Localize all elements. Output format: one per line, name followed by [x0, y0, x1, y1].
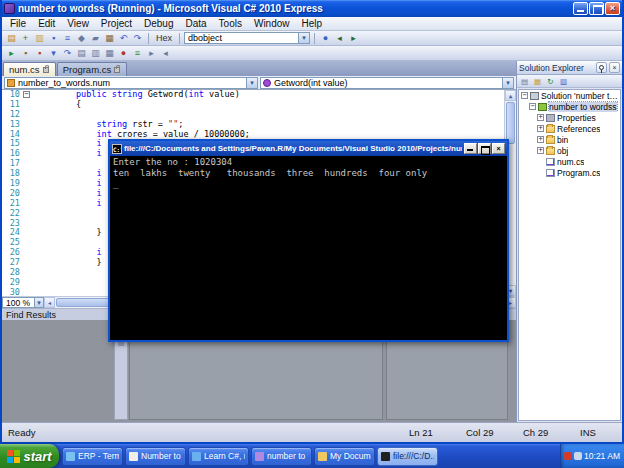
menu-debug[interactable]: Debug	[138, 18, 179, 29]
cut-icon[interactable]: ◆	[75, 32, 88, 44]
add-item-icon[interactable]: +	[19, 32, 32, 44]
panel-close-icon[interactable]: ×	[609, 62, 620, 73]
clock[interactable]: 10:21 AM	[584, 451, 620, 461]
menu-file[interactable]: File	[4, 18, 32, 29]
menu-help[interactable]: Help	[296, 18, 329, 29]
tree-item-properties[interactable]: +Properties	[519, 112, 620, 123]
new-project-icon[interactable]: ▤	[5, 32, 18, 44]
chevron-down-icon[interactable]: ▾	[502, 78, 513, 88]
tree-item-label: num.cs	[557, 157, 584, 167]
zoom-dropdown[interactable]: 100 % ▾	[2, 297, 44, 308]
show-all-files-icon[interactable]: ▦	[532, 76, 543, 86]
outdent-icon[interactable]: ◂	[159, 47, 172, 59]
indent-icon[interactable]: ▸	[145, 47, 158, 59]
save-all-icon[interactable]: ≡	[61, 32, 74, 44]
minimize-button[interactable]	[573, 2, 588, 15]
stop-debug-icon[interactable]: ▪	[33, 47, 46, 59]
taskbar-button-my-docume[interactable]: My Docume...	[314, 447, 375, 466]
properties-icon[interactable]: ▤	[519, 76, 530, 86]
taskbar-button-learn-c-n[interactable]: Learn C#, n...	[188, 447, 249, 466]
open-file-icon[interactable]: ▥	[33, 32, 46, 44]
refresh-icon[interactable]: ↻	[545, 76, 556, 86]
view-code-icon[interactable]: ▥	[558, 76, 569, 86]
menu-view[interactable]: View	[61, 18, 95, 29]
console-maximize-button[interactable]	[478, 143, 491, 154]
chevron-down-icon[interactable]: ▾	[246, 78, 257, 88]
tab-num-cs[interactable]: num.cs	[3, 62, 56, 76]
flag-yellow	[14, 457, 20, 463]
tree-item-references[interactable]: +References	[519, 123, 620, 134]
chevron-down-icon[interactable]: ▾	[298, 33, 309, 43]
menu-window[interactable]: Window	[248, 18, 296, 29]
navigate-forward-icon[interactable]: ▸	[347, 32, 360, 44]
taskbar-button-file-c-d[interactable]: file:///C:/D...	[377, 447, 438, 466]
menu-project[interactable]: Project	[95, 18, 138, 29]
solution-explorer-titlebar[interactable]: Solution Explorer ×	[517, 61, 622, 75]
flag-red	[7, 450, 13, 456]
start-button[interactable]: start	[0, 444, 59, 468]
expand-icon[interactable]: +	[537, 114, 544, 121]
tree-item-program-cs[interactable]: Program.cs	[519, 167, 620, 178]
console-titlebar[interactable]: C:\ file:///C:/Documents and Settings/Pa…	[110, 141, 507, 156]
properties-body[interactable]	[387, 337, 507, 419]
menu-data[interactable]: Data	[179, 18, 212, 29]
step-into-icon[interactable]: ▾	[47, 47, 60, 59]
window-title: number to wordss (Running) - Microsoft V…	[18, 3, 570, 14]
antivirus-tray-icon[interactable]	[564, 452, 572, 460]
folder-icon	[546, 147, 555, 155]
status-character: Ch 29	[523, 427, 580, 438]
tree-item-solution-number-to-wordss[interactable]: −Solution 'number to wordss'	[519, 90, 620, 101]
results-body[interactable]	[130, 337, 382, 419]
vscroll-thumb[interactable]	[506, 102, 515, 144]
console-minimize-button[interactable]	[464, 143, 477, 154]
console-output[interactable]: Enter the no : 1020304ten lakhs twenty t…	[110, 156, 507, 340]
toolbox-icon[interactable]: ▦	[103, 47, 116, 59]
taskbar-button-erp-termi[interactable]: ERP - Termi...	[62, 447, 123, 466]
status-column: Col 29	[466, 427, 523, 438]
find-icon[interactable]: ●	[319, 32, 332, 44]
comment-icon[interactable]: ≡	[131, 47, 144, 59]
expand-icon[interactable]: +	[537, 136, 544, 143]
chevron-down-icon[interactable]: ▾	[34, 298, 43, 307]
maximize-button[interactable]	[589, 2, 604, 15]
pin-icon[interactable]	[596, 62, 607, 73]
solution-explorer-icon[interactable]: ▤	[75, 47, 88, 59]
tree-item-num-cs[interactable]: num.cs	[519, 156, 620, 167]
expand-icon[interactable]: +	[537, 125, 544, 132]
console-close-button[interactable]: ×	[492, 143, 505, 154]
paste-icon[interactable]: ▦	[103, 32, 116, 44]
navigate-back-icon[interactable]: ◂	[333, 32, 346, 44]
close-button[interactable]: ×	[605, 2, 620, 15]
break-all-icon[interactable]: ▪	[19, 47, 32, 59]
scroll-up-icon[interactable]: ▲	[505, 90, 516, 101]
error-list-icon[interactable]: ●	[117, 47, 130, 59]
taskbar-button-number-to-w[interactable]: number to w...	[251, 447, 312, 466]
collapse-icon[interactable]: −	[521, 92, 528, 99]
tree-item-number-to-wordss[interactable]: −number to wordss	[519, 101, 620, 112]
step-over-icon[interactable]: ↷	[61, 47, 74, 59]
menu-tools[interactable]: Tools	[213, 18, 248, 29]
types-dropdown[interactable]: number_to_words.num ▾	[4, 77, 258, 89]
tree-item-obj[interactable]: +obj	[519, 145, 620, 156]
fold-collapse-icon[interactable]: −	[23, 91, 30, 98]
task-label: ERP - Termi...	[78, 451, 119, 461]
tree-item-bin[interactable]: +bin	[519, 134, 620, 145]
collapse-icon[interactable]: −	[529, 103, 536, 110]
dbobject-combo[interactable]: dbobject ▾	[184, 32, 310, 44]
code-line: int crores = value / 10000000;	[35, 130, 504, 140]
taskbar-button-number-to[interactable]: Number to ...	[125, 447, 186, 466]
console-window[interactable]: C:\ file:///C:/Documents and Settings/Pa…	[108, 139, 509, 342]
expand-icon[interactable]: +	[537, 147, 544, 154]
copy-icon[interactable]: ▰	[89, 32, 102, 44]
undo-icon[interactable]: ↶	[117, 32, 130, 44]
members-dropdown[interactable]: Getword(int value) ▾	[260, 77, 514, 89]
properties-window-icon[interactable]: ▥	[89, 47, 102, 59]
save-icon[interactable]: ▪	[47, 32, 60, 44]
vs-titlebar[interactable]: number to wordss (Running) - Microsoft V…	[2, 0, 622, 17]
redo-icon[interactable]: ↷	[131, 32, 144, 44]
start-debug-icon[interactable]: ▸	[5, 47, 18, 59]
menu-edit[interactable]: Edit	[32, 18, 61, 29]
scroll-left-icon[interactable]: ◂	[44, 297, 55, 308]
tab-program-cs[interactable]: Program.cs	[57, 62, 128, 76]
volume-tray-icon[interactable]	[574, 452, 582, 460]
